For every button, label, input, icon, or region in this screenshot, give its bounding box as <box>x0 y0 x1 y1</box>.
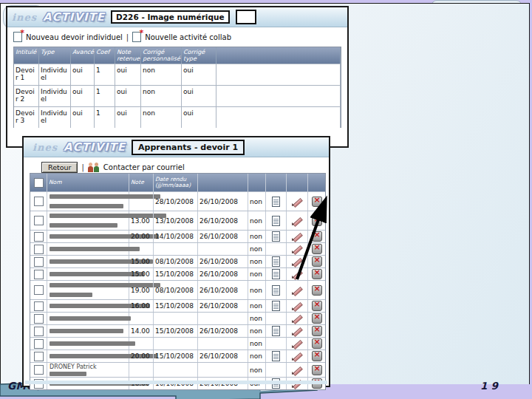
delete-icon[interactable] <box>312 197 322 207</box>
row-checkbox[interactable] <box>34 365 44 375</box>
toolbar-separator: | <box>126 33 129 41</box>
row-checkbox[interactable] <box>34 301 44 311</box>
assignment-cell: oui <box>182 86 216 106</box>
assignment-row: Devoir 2Individueloui1ouinonoui <box>14 85 341 106</box>
new-collab-link[interactable]: Nouvelle activité collab <box>145 33 231 41</box>
document-cell <box>266 231 287 242</box>
edit-icon[interactable] <box>292 256 302 267</box>
student-name-cell <box>47 300 129 312</box>
edit-icon[interactable] <box>292 351 302 361</box>
slide-page-number: 19 <box>480 380 502 392</box>
student-name-cell <box>47 231 129 242</box>
edit-icon[interactable] <box>292 313 302 324</box>
delete-icon[interactable] <box>312 216 322 226</box>
date-submitted-cell: 15/10/2008 <box>154 300 198 312</box>
delete-icon[interactable] <box>312 365 322 375</box>
row-checkbox[interactable] <box>34 339 44 349</box>
delete-icon[interactable] <box>312 301 322 311</box>
document-icon[interactable] <box>272 231 280 242</box>
assignment-cell: oui <box>71 64 95 85</box>
delete-icon[interactable] <box>312 231 322 242</box>
apprenants-window: ines ACTIVITE Apprenants - devoir 1 Reto… <box>22 136 330 387</box>
devoirs-appbar: ines ACTIVITE D226 - Image numérique <box>7 7 347 27</box>
row-checkbox[interactable] <box>34 314 44 324</box>
student-name-cell: DRONEY Patrick <box>47 363 129 377</box>
row-checkbox[interactable] <box>34 245 44 254</box>
delete-icon[interactable] <box>312 244 322 254</box>
document-icon[interactable] <box>272 351 280 361</box>
document-icon[interactable] <box>272 269 280 279</box>
edit-icon[interactable] <box>292 326 302 336</box>
edit-icon[interactable] <box>292 197 302 207</box>
hidden-column <box>287 174 308 191</box>
edit-icon[interactable] <box>292 301 302 311</box>
note-cell: 16.00 <box>129 300 154 312</box>
date-submitted-cell: 08/10/2008 <box>154 256 198 267</box>
document-cell <box>266 300 287 312</box>
edit-icon[interactable] <box>292 244 302 254</box>
row-checkbox[interactable] <box>34 197 44 206</box>
column-header: Type <box>39 47 71 64</box>
delete-icon[interactable] <box>312 256 322 267</box>
column-header <box>216 47 341 64</box>
document-icon[interactable] <box>272 256 280 267</box>
row-checkbox[interactable] <box>34 270 44 279</box>
edit-icon[interactable] <box>292 365 302 375</box>
assignment-cell: non <box>141 107 182 128</box>
assignment-cell: Individuel <box>39 64 71 85</box>
student-row: 19.0008/10/200826/10/2008non <box>30 280 325 299</box>
note-cell: 15.00 <box>129 256 154 267</box>
row-checkbox[interactable] <box>34 232 44 242</box>
assignments-table-body: Devoir 1Individueloui1ouinonouiDevoir 2I… <box>14 64 341 128</box>
devoirs-toolbar: Nouveau devoir individuel | Nouvelle act… <box>7 27 347 45</box>
row-checkbox[interactable] <box>34 352 44 361</box>
row-checkbox[interactable] <box>34 216 44 225</box>
activite-title: ACTIVITE <box>64 140 126 154</box>
document-cell <box>266 281 287 299</box>
note-cell <box>129 338 154 349</box>
row-checkbox[interactable] <box>34 327 44 336</box>
date-submitted-cell: 15/10/2008 <box>154 268 198 280</box>
document-icon[interactable] <box>272 285 280 296</box>
delete-cell <box>308 300 325 312</box>
delete-icon[interactable] <box>312 269 322 279</box>
back-button[interactable]: Retour <box>41 162 78 173</box>
contact-link[interactable]: Contacter par courriel <box>103 163 185 171</box>
student-row: 14.0015/10/200826/10/2008non <box>30 324 325 337</box>
document-cell <box>266 192 287 211</box>
edit-icon[interactable] <box>292 231 302 242</box>
document-icon[interactable] <box>272 301 280 311</box>
student-name-cell <box>47 256 129 267</box>
late-cell: non <box>248 300 266 312</box>
edit-icon[interactable] <box>292 269 302 279</box>
document-icon[interactable] <box>272 197 280 207</box>
row-checkbox[interactable] <box>34 257 44 267</box>
edit-icon[interactable] <box>292 285 302 296</box>
hidden-column <box>198 174 248 191</box>
edit-icon[interactable] <box>292 338 302 349</box>
delete-cell <box>308 313 325 324</box>
document-icon[interactable] <box>272 326 280 336</box>
course-dropdown[interactable]: D226 - Image numérique <box>111 10 229 24</box>
date-submitted-cell: 15/10/2008 <box>154 350 198 362</box>
note-cell: 20.00 <box>129 350 154 362</box>
student-name-cell <box>47 313 129 324</box>
select-all-checkbox[interactable] <box>34 178 44 188</box>
document-icon[interactable] <box>272 216 280 226</box>
delete-icon[interactable] <box>312 338 322 349</box>
edit-cell <box>287 350 308 362</box>
delete-icon[interactable] <box>312 326 322 336</box>
delete-icon[interactable] <box>312 313 322 324</box>
checkbox-cell <box>30 231 47 242</box>
date-due-cell: 26/10/2008 <box>198 268 248 280</box>
delete-icon[interactable] <box>312 351 322 361</box>
edit-cell <box>287 281 308 299</box>
new-individual-link[interactable]: Nouveau devoir individuel <box>26 33 123 41</box>
checkbox-cell <box>30 268 47 280</box>
student-row: non <box>30 312 325 324</box>
row-checkbox[interactable] <box>34 285 44 295</box>
edit-icon[interactable] <box>292 216 302 226</box>
delete-icon[interactable] <box>312 285 322 296</box>
delete-cell <box>308 211 325 230</box>
date-due-cell <box>198 338 248 349</box>
